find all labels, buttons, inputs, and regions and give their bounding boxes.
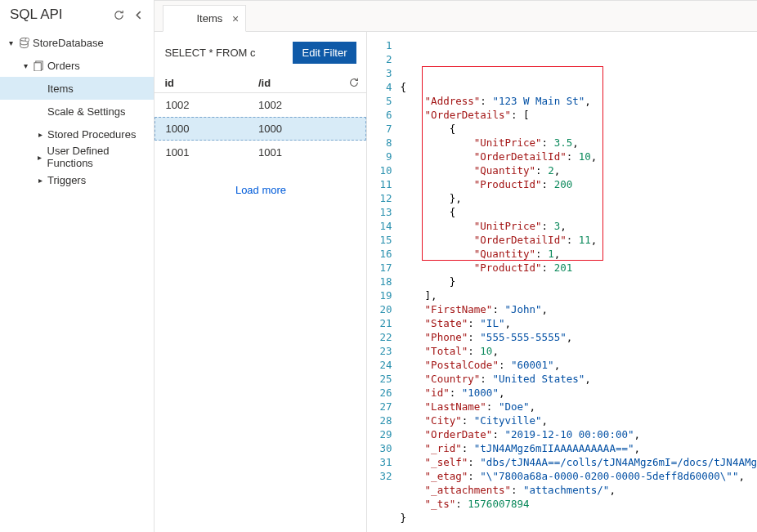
code-line: } [400, 511, 757, 525]
tree-item[interactable]: Items [0, 77, 154, 100]
content: SELECT * FROM c Edit Filter id /id 10021… [155, 32, 757, 532]
col-partition[interactable]: /id [249, 77, 343, 89]
code-line: "_self": "dbs/tJN4AA==/colls/tJN4AMgz6mI… [400, 455, 757, 469]
database-icon [16, 37, 31, 49]
code-line: "_ts": 1576007894 [400, 497, 757, 511]
tree-item-label: Items [46, 83, 74, 95]
code-line: { [400, 80, 757, 94]
code-line: "Country": "United States", [400, 372, 757, 386]
caret-right-icon: ▸ [34, 176, 46, 185]
tree-item-label: Stored Procedures [46, 128, 136, 141]
tab-items[interactable]: Items × [163, 5, 246, 32]
tree-database[interactable]: ▾ StoreDatabase [0, 31, 154, 54]
tree-item[interactable]: ▸Triggers [0, 168, 154, 191]
code-line: "PostalCode": "60001", [400, 358, 757, 372]
code-line: "Quantity": 2, [400, 163, 757, 177]
load-more-link[interactable]: Load more [155, 164, 366, 216]
sidebar-header: SQL API [0, 0, 154, 28]
code-line: { [400, 122, 757, 136]
json-editor[interactable]: 1234567891011121314151617181920212223242… [367, 32, 757, 532]
cell-partition: 1000 [249, 123, 342, 135]
code-line: "ProductId": 201 [400, 261, 757, 275]
code-line: { [400, 205, 757, 219]
tree-database-label: StoreDatabase [31, 37, 104, 49]
cell-id: 1000 [155, 123, 249, 135]
code-line: "OrderDate": "2019-12-10 00:00:00", [400, 427, 757, 441]
cell-partition: 1001 [249, 146, 342, 159]
tree-item-label: Triggers [46, 174, 86, 186]
tree: ▾ StoreDatabase ▾ Orders ItemsScale & Se… [0, 28, 154, 191]
code-line: ], [400, 288, 757, 302]
table-row[interactable]: 10001000 [155, 117, 366, 141]
code-line: "id": "1000", [400, 386, 757, 400]
tree-item[interactable]: ▸User Defined Functions [0, 145, 154, 168]
collapse-icon[interactable] [131, 7, 146, 22]
code-line: "Total": 10, [400, 344, 757, 358]
caret-right-icon: ▸ [34, 130, 46, 139]
code-line: "OrderDetailId": 10, [400, 150, 757, 163]
items-pane: SELECT * FROM c Edit Filter id /id 10021… [155, 32, 367, 532]
tree-item[interactable]: ▸Stored Procedures [0, 123, 154, 145]
svg-rect-3 [34, 62, 40, 70]
code-line: "State": "IL", [400, 316, 757, 330]
code-line: "Address": "123 W Main St", [400, 94, 757, 108]
tree-collection[interactable]: ▾ Orders [0, 54, 154, 77]
collection-icon [31, 60, 46, 71]
col-id[interactable]: id [155, 77, 249, 89]
caret-right-icon: ▸ [34, 153, 46, 162]
tree-item[interactable]: Scale & Settings [0, 100, 154, 123]
table-row[interactable]: 10021002 [155, 93, 366, 117]
code-line: "OrderDetails": [ [400, 108, 757, 122]
main: Items × SELECT * FROM c Edit Filter id /… [155, 0, 757, 532]
gutter: 1234567891011121314151617181920212223242… [367, 38, 400, 532]
cell-partition: 1002 [249, 99, 342, 111]
code-line: "ProductId": 200 [400, 177, 757, 191]
table-row[interactable]: 10011001 [155, 141, 366, 164]
caret-down-icon: ▾ [20, 61, 31, 70]
refresh-items-icon[interactable] [342, 77, 366, 89]
code-line: "City": "Cityville", [400, 414, 757, 427]
code[interactable]: { "Address": "123 W Main St", "OrderDeta… [400, 38, 757, 532]
tree-item-label: Scale & Settings [46, 105, 125, 118]
code-line: "_etag": "\"7800a68a-0000-0200-0000-5def… [400, 469, 757, 483]
caret-down-icon: ▾ [5, 38, 16, 47]
refresh-icon[interactable] [111, 7, 126, 22]
svg-point-1 [25, 38, 29, 42]
query-text: SELECT * FROM c [164, 47, 284, 59]
sidebar: SQL API ▾ StoreDatabase ▾ [0, 0, 155, 532]
cell-id: 1002 [155, 99, 249, 111]
code-line: "_rid": "tJN4AMgz6mIIAAAAAAAAAA==", [400, 441, 757, 455]
code-line: "LastName": "Doe", [400, 400, 757, 414]
tab-label: Items [196, 12, 222, 25]
code-line: "Quantity": 1, [400, 247, 757, 261]
sidebar-title: SQL API [10, 7, 63, 23]
code-line: "_attachments": "attachments/", [400, 483, 757, 497]
tabbar: Items × [155, 1, 757, 32]
code-line: "Phone": "555-555-5555", [400, 330, 757, 344]
code-line: "UnitPrice": 3, [400, 219, 757, 233]
tree-collection-label: Orders [46, 60, 80, 72]
edit-filter-button[interactable]: Edit Filter [293, 42, 357, 64]
close-icon[interactable]: × [232, 12, 239, 25]
app-root: SQL API ▾ StoreDatabase ▾ [0, 0, 757, 532]
code-line: "UnitPrice": 3.5, [400, 136, 757, 150]
items-table: id /id 100210021000100010011001 [155, 74, 366, 164]
code-line: }, [400, 191, 757, 205]
tree-item-label: User Defined Functions [46, 145, 155, 169]
code-line: } [400, 275, 757, 288]
code-line: "FirstName": "John", [400, 302, 757, 316]
code-line: "OrderDetailId": 11, [400, 233, 757, 247]
cell-id: 1001 [155, 146, 249, 159]
